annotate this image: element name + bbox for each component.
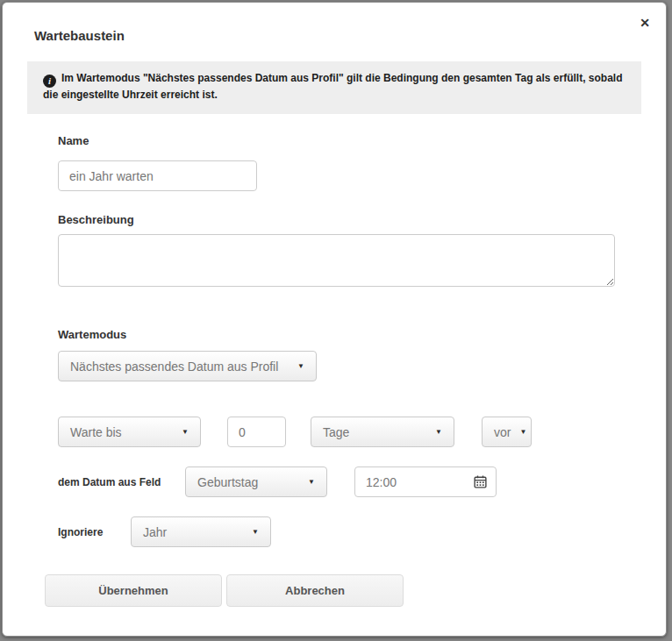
name-input[interactable] [58,160,257,191]
chevron-down-icon: ▼ [297,362,304,370]
date-field-dropdown[interactable]: Geburtstag ▼ [185,467,327,497]
ignore-selected: Jahr [143,525,167,539]
close-icon[interactable]: ✕ [640,17,650,29]
direction-selected: vor [494,425,511,439]
chevron-down-icon: ▼ [435,428,442,436]
description-textarea[interactable] [58,234,615,287]
cancel-button[interactable]: Abbrechen [226,574,404,607]
time-input[interactable] [354,467,497,497]
wait-mode-label: Wartemodus [58,327,666,343]
name-label: Name [58,133,666,149]
apply-button[interactable]: Übernehmen [45,574,222,607]
unit-selected: Tage [323,425,349,439]
description-label: Beschreibung [58,212,666,228]
date-field-label: dem Datum aus Feld [58,476,185,488]
wait-mode-dropdown[interactable]: Nächstes passendes Datum aus Profil ▼ [58,351,317,381]
chevron-down-icon: ▼ [182,428,189,436]
page-title: Wartebaustein [34,27,666,44]
wait-settings-row: Warte bis ▼ Tage ▼ vor ▼ [58,417,666,447]
wait-mode-selected: Nächstes passendes Datum aus Profil [70,360,278,374]
info-box: iIm Wartemodus "Nächstes passendes Datum… [27,61,641,114]
chevron-down-icon: ▼ [252,528,259,536]
wartebaustein-dialog: ✕ Wartebaustein iIm Wartemodus "Nächstes… [2,2,667,637]
offset-input[interactable] [227,417,286,447]
ignore-row: Ignoriere Jahr ▼ [58,516,666,547]
ignore-dropdown[interactable]: Jahr ▼ [131,516,271,547]
direction-dropdown[interactable]: vor ▼ [482,417,532,447]
date-field-row: dem Datum aus Feld Geburtstag ▼ [58,467,666,497]
info-text: Im Wartemodus "Nächstes passendes Datum … [43,72,623,101]
ignore-label: Ignoriere [58,526,131,538]
chevron-down-icon: ▼ [308,478,315,486]
date-field-selected: Geburtstag [197,475,258,489]
chevron-down-icon: ▼ [519,428,526,436]
wait-until-dropdown[interactable]: Warte bis ▼ [58,417,201,447]
info-icon: i [43,75,56,88]
dialog-footer: Übernehmen Abbrechen [45,574,666,607]
wait-until-selected: Warte bis [70,425,122,439]
unit-dropdown[interactable]: Tage ▼ [311,417,454,447]
time-field [354,467,497,497]
